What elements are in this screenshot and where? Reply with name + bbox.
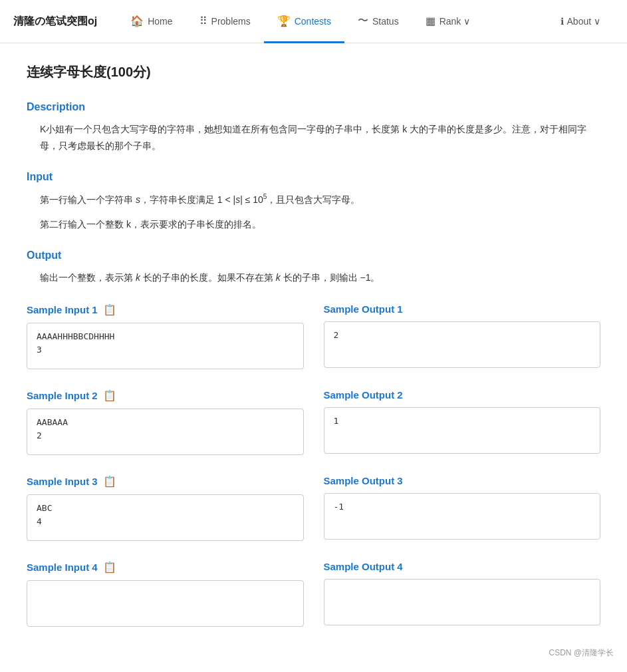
description-label: Description xyxy=(27,101,600,113)
input-text2: 第二行输入一个整数 k，表示要求的子串长度的排名。 xyxy=(40,216,600,233)
sample-input-col-3: Sample Input 3 📋ABC 4 xyxy=(27,475,304,541)
nav-rank[interactable]: ▦ Rank ∨ xyxy=(412,1,484,43)
nav-contests[interactable]: 🏆 Contests xyxy=(264,1,344,43)
sample-input-text-4: Sample Input 4 xyxy=(27,562,98,573)
copy-icon-3[interactable]: 📋 xyxy=(103,475,116,488)
nav-home[interactable]: 🏠 Home xyxy=(117,1,186,43)
copy-icon-1[interactable]: 📋 xyxy=(103,303,116,316)
sample-input-label-4: Sample Input 4 📋 xyxy=(27,561,304,574)
sample-output-label-1: Sample Output 1 xyxy=(324,303,601,315)
sample-pair-3: Sample Input 3 📋ABC 4Sample Output 3-1 xyxy=(27,475,600,541)
sample-output-label-4: Sample Output 4 xyxy=(324,561,601,572)
brand-logo: 清隆の笔试突围oj xyxy=(13,15,97,29)
info-icon: ℹ xyxy=(561,16,564,27)
nav-items: 🏠 Home ⠿ Problems 🏆 Contests 〜 Status ▦ … xyxy=(117,0,547,43)
nav-problems[interactable]: ⠿ Problems xyxy=(186,1,264,43)
nav-problems-label: Problems xyxy=(211,16,251,27)
sample-output-label-3: Sample Output 3 xyxy=(324,475,601,486)
bar-chart-icon: ▦ xyxy=(426,15,436,27)
nav-status[interactable]: 〜 Status xyxy=(344,1,412,43)
sample-output-col-2: Sample Output 21 xyxy=(324,389,601,455)
sample-output-col-3: Sample Output 3-1 xyxy=(324,475,601,541)
sample-pair-2: Sample Input 2 📋AABAAA 2Sample Output 21 xyxy=(27,389,600,455)
sample-input-text-2: Sample Input 2 xyxy=(27,390,98,401)
output-text1: 输出一个整数，表示第 k 长的子串的长度。如果不存在第 k 长的子串，则输出 −… xyxy=(40,269,600,286)
sample-output-col-4: Sample Output 4 xyxy=(324,561,601,627)
signal-icon: 〜 xyxy=(358,14,368,28)
sample-input-col-1: Sample Input 1 📋AAAAHHHBBCDHHHH 3 xyxy=(27,303,304,369)
nav-about-label: About ∨ xyxy=(567,16,600,27)
sample-input-label-3: Sample Input 3 📋 xyxy=(27,475,304,488)
nav-about[interactable]: ℹ About ∨ xyxy=(547,0,614,43)
copy-icon-2[interactable]: 📋 xyxy=(103,389,116,402)
sample-input-box-3: ABC 4 xyxy=(27,494,304,541)
nav-status-label: Status xyxy=(372,16,399,27)
sample-input-box-2: AABAAA 2 xyxy=(27,409,304,455)
trophy-icon: 🏆 xyxy=(277,15,291,27)
sample-input-col-2: Sample Input 2 📋AABAAA 2 xyxy=(27,389,304,455)
input-section: Input 第一行输入一个字符串 s，字符串长度满足 1 < |s| ≤ 105… xyxy=(27,171,600,233)
copy-icon-4[interactable]: 📋 xyxy=(103,561,116,574)
output-section: Output 输出一个整数，表示第 k 长的子串的长度。如果不存在第 k 长的子… xyxy=(27,250,600,286)
sample-input-label-1: Sample Input 1 📋 xyxy=(27,303,304,316)
description-text1: K小姐有一个只包含大写字母的字符串，她想知道在所有包含同一字母的子串中，长度第 … xyxy=(40,121,600,154)
page-title: 连续字母长度(100分) xyxy=(27,63,600,81)
sample-input-label-2: Sample Input 2 📋 xyxy=(27,389,304,402)
sample-input-col-4: Sample Input 4 📋 xyxy=(27,561,304,627)
input-label: Input xyxy=(27,171,600,183)
sample-pair-4: Sample Input 4 📋Sample Output 4 xyxy=(27,561,600,627)
home-icon: 🏠 xyxy=(130,15,144,27)
nav-contests-label: Contests xyxy=(295,16,331,27)
output-label: Output xyxy=(27,250,600,261)
grid-icon: ⠿ xyxy=(199,15,207,27)
sample-pair-1: Sample Input 1 📋AAAAHHHBBCDHHHH 3Sample … xyxy=(27,303,600,369)
sample-output-box-2: 1 xyxy=(324,407,601,454)
sample-input-box-1: AAAAHHHBBCDHHHH 3 xyxy=(27,323,304,369)
sample-input-box-4 xyxy=(27,580,304,627)
footer-credit: CSDN @清隆学长 xyxy=(549,647,614,659)
sample-output-box-1: 2 xyxy=(324,321,601,368)
sample-output-label-2: Sample Output 2 xyxy=(324,389,601,401)
input-text1: 第一行输入一个字符串 s，字符串长度满足 1 < |s| ≤ 105，且只包含大… xyxy=(40,191,600,208)
sample-output-box-4 xyxy=(324,579,601,625)
samples-container: Sample Input 1 📋AAAAHHHBBCDHHHH 3Sample … xyxy=(27,303,600,627)
sample-output-col-1: Sample Output 12 xyxy=(324,303,601,369)
nav-rank-label: Rank ∨ xyxy=(439,16,471,27)
description-section: Description K小姐有一个只包含大写字母的字符串，她想知道在所有包含同… xyxy=(27,101,600,154)
nav-home-label: Home xyxy=(148,16,172,27)
sample-input-text-3: Sample Input 3 xyxy=(27,476,98,487)
sample-input-text-1: Sample Input 1 xyxy=(27,304,98,315)
sample-output-box-3: -1 xyxy=(324,493,601,540)
